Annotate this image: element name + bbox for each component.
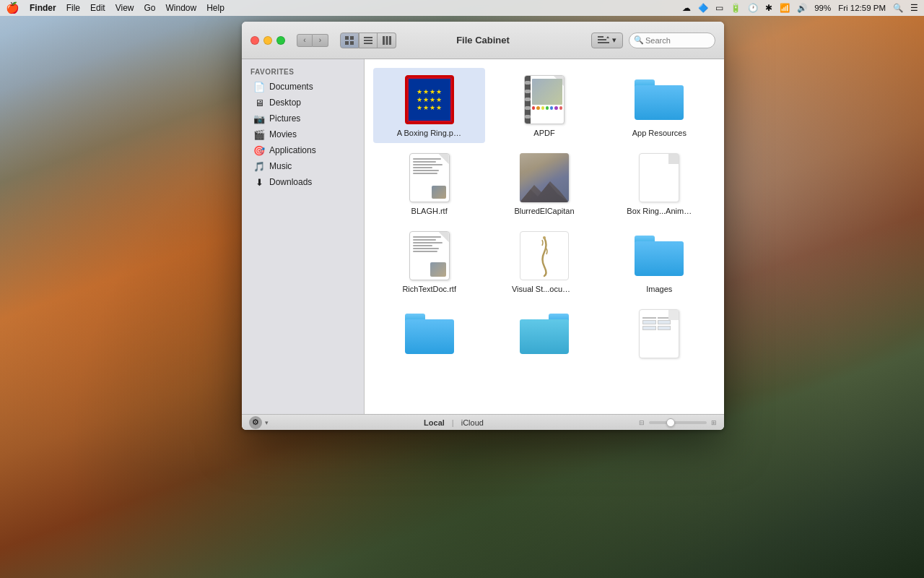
file-icon-images bbox=[633, 230, 685, 282]
file-icon-apdf bbox=[518, 74, 570, 126]
window-title: File Cabinet bbox=[456, 35, 510, 46]
zoom-slider[interactable] bbox=[649, 421, 707, 424]
timemachine-icon[interactable]: 🕐 bbox=[748, 3, 758, 13]
svg-marker-15 bbox=[520, 184, 569, 202]
menu-go[interactable]: Go bbox=[144, 3, 156, 13]
sidebar-item-desktop[interactable]: 🖥 Desktop bbox=[245, 95, 361, 111]
column-view-icon bbox=[382, 35, 392, 46]
file-item-box-ring-anim[interactable]: Box Ring...Anim.svg bbox=[603, 146, 715, 221]
file-label-apdf: APDF bbox=[533, 129, 554, 137]
sidebar-item-documents[interactable]: 📄 Documents bbox=[245, 79, 361, 95]
sidebar-item-applications[interactable]: 🎯 Applications bbox=[245, 142, 361, 158]
bluetooth2-icon[interactable]: ✱ bbox=[765, 3, 772, 13]
zoom-in-icon: ⊞ bbox=[711, 419, 717, 426]
sidebar-label-desktop: Desktop bbox=[269, 98, 301, 108]
menu-help[interactable]: Help bbox=[206, 3, 225, 13]
file-item-extra-folder-1[interactable] bbox=[373, 302, 485, 368]
sidebar-label-pictures: Pictures bbox=[269, 113, 300, 124]
control-center-icon[interactable]: ☰ bbox=[910, 3, 918, 13]
menu-edit[interactable]: Edit bbox=[90, 3, 105, 13]
file-icon-extra-folder-2 bbox=[518, 308, 570, 360]
close-button[interactable] bbox=[250, 36, 259, 45]
status-tab-icloud[interactable]: iCloud bbox=[454, 417, 491, 428]
finder-statusbar: ⚙ ▾ Local | iCloud ⊟ ⊞ bbox=[242, 414, 724, 430]
menu-finder[interactable]: Finder bbox=[30, 3, 56, 13]
rtf-doc-icon bbox=[409, 231, 450, 280]
gear-button[interactable]: ⚙ bbox=[249, 416, 262, 429]
bluetooth-icon[interactable]: 🔷 bbox=[698, 3, 708, 13]
movies-icon: 🎬 bbox=[253, 129, 265, 140]
svg-rect-0 bbox=[345, 36, 349, 40]
pdf-rings bbox=[525, 76, 531, 124]
file-item-extra-folder-2[interactable] bbox=[488, 302, 600, 368]
file-item-richtextdoc[interactable]: RichTextDoc.rtf bbox=[373, 224, 485, 299]
photo-elcapitan-icon bbox=[520, 153, 569, 202]
battery-percent: 99% bbox=[814, 4, 831, 12]
menubar: 🍎 Finder File Edit View Go Window Help ☁… bbox=[0, 0, 924, 16]
file-label-images: Images bbox=[646, 285, 672, 293]
sidebar-item-downloads[interactable]: ⬇ Downloads bbox=[245, 174, 361, 190]
statusbar-left: ⚙ ▾ bbox=[249, 416, 269, 429]
view-column-button[interactable] bbox=[378, 33, 396, 48]
gear-chevron[interactable]: ▾ bbox=[265, 419, 269, 426]
icloud-icon[interactable]: ☁ bbox=[682, 3, 691, 13]
zoom-slider-thumb[interactable] bbox=[666, 418, 675, 427]
file-icon-sheet bbox=[633, 308, 685, 360]
sidebar-section-favorites: Favorites bbox=[242, 65, 364, 79]
finder-content[interactable]: ★ ★ ★ ★ ★ ★ ★ ★ ★ ★ ★ ★ bbox=[365, 59, 724, 414]
search-input[interactable] bbox=[629, 33, 715, 48]
maximize-button[interactable] bbox=[276, 36, 285, 45]
list-view-icon bbox=[363, 35, 373, 46]
svg-rect-11 bbox=[598, 39, 606, 40]
file-icon-blagh bbox=[404, 152, 456, 204]
back-button[interactable]: ‹ bbox=[297, 34, 313, 47]
file-item-images[interactable]: Images bbox=[603, 224, 715, 299]
file-icon-boxing-ring: ★ ★ ★ ★ ★ ★ ★ ★ ★ ★ ★ ★ bbox=[404, 74, 456, 126]
forward-button[interactable]: › bbox=[313, 34, 328, 47]
file-icon-app-resources bbox=[633, 74, 685, 126]
file-icon-extra-folder-1 bbox=[404, 308, 456, 360]
menu-file[interactable]: File bbox=[66, 3, 80, 13]
file-item-visual-statement[interactable]: Visual St...ocument bbox=[488, 224, 600, 299]
status-tabs: Local | iCloud bbox=[417, 417, 491, 428]
file-item-blurred-elcapitan[interactable]: BlurredElCapitan bbox=[488, 146, 600, 221]
sidebar-label-documents: Documents bbox=[269, 82, 313, 92]
nav-buttons: ‹ › bbox=[297, 34, 328, 47]
file-item-apdf[interactable]: APDF bbox=[488, 68, 600, 143]
file-item-sheet[interactable] bbox=[603, 302, 715, 368]
view-icon-button[interactable] bbox=[340, 33, 359, 48]
airplay-icon: ▭ bbox=[715, 3, 723, 13]
svg-point-16 bbox=[543, 236, 546, 239]
file-label-app-resources: App Resources bbox=[632, 129, 687, 137]
sidebar-item-pictures[interactable]: 📷 Pictures bbox=[245, 111, 361, 126]
apple-menu[interactable]: 🍎 bbox=[6, 1, 19, 14]
menu-window[interactable]: Window bbox=[166, 3, 197, 13]
sidebar-item-movies[interactable]: 🎬 Movies bbox=[245, 126, 361, 142]
folder-extra2-icon bbox=[520, 314, 569, 354]
file-item-boxing-ring[interactable]: ★ ★ ★ ★ ★ ★ ★ ★ ★ ★ ★ ★ bbox=[373, 68, 485, 143]
sort-button[interactable]: ▾ bbox=[591, 33, 623, 48]
status-tab-local[interactable]: Local bbox=[417, 417, 452, 428]
file-item-app-resources[interactable]: App Resources bbox=[603, 68, 715, 143]
svg-rect-3 bbox=[350, 41, 354, 45]
minimize-button[interactable] bbox=[263, 36, 272, 45]
pdf-preview bbox=[532, 79, 562, 122]
menu-view[interactable]: View bbox=[116, 3, 134, 13]
search-wrapper: 🔍 bbox=[629, 33, 715, 48]
doc-thumb2 bbox=[430, 262, 446, 277]
sidebar-label-applications: Applications bbox=[269, 145, 316, 155]
mountain-svg bbox=[520, 178, 569, 202]
menubar-right: ☁ 🔷 ▭ 🔋 🕐 ✱ 📶 🔊 99% Fri 12:59 PM 🔍 ☰ bbox=[682, 3, 918, 13]
doc-thumbnail bbox=[432, 186, 446, 199]
zoom-out-icon: ⊟ bbox=[639, 419, 645, 426]
view-list-button[interactable] bbox=[359, 33, 378, 48]
file-item-blagh[interactable]: BLAGH.rtf bbox=[373, 146, 485, 221]
menubar-left: 🍎 Finder File Edit View Go Window Help bbox=[6, 1, 225, 14]
wifi-icon[interactable]: 📶 bbox=[780, 3, 790, 13]
sidebar-item-music[interactable]: 🎵 Music bbox=[245, 158, 361, 174]
search-menubar-icon[interactable]: 🔍 bbox=[893, 3, 903, 13]
rope-icon bbox=[526, 234, 562, 277]
folder-app-resources-icon bbox=[635, 79, 684, 120]
file-icon-richtextdoc bbox=[404, 230, 456, 282]
volume-icon[interactable]: 🔊 bbox=[797, 3, 807, 13]
